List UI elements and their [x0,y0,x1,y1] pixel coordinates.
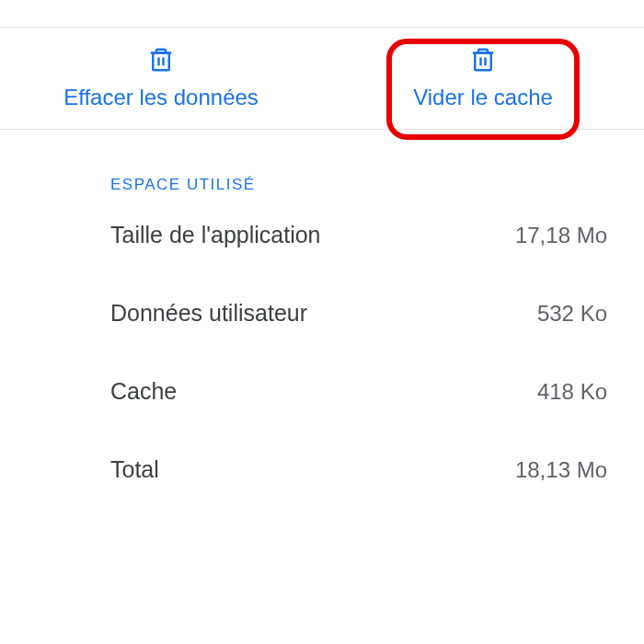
actions-bar: Effacer les données Vider le cache [0,28,644,130]
svg-rect-0 [153,53,169,71]
row-label-user-data: Données utilisateur [110,300,307,327]
clear-cache-label: Vider le cache [413,85,553,110]
trash-icon [469,46,497,74]
storage-section: ESPACE UTILISÉ Taille de l'application 1… [0,130,644,483]
top-spacer [0,0,644,28]
row-label-total: Total [110,456,159,483]
storage-row: Total 18,13 Mo [110,456,607,483]
row-value-total: 18,13 Mo [515,457,607,483]
row-value-cache: 418 Ko [537,379,607,405]
storage-row: Données utilisateur 532 Ko [110,300,607,327]
storage-row: Cache 418 Ko [110,378,607,405]
row-label-cache: Cache [110,378,177,405]
clear-cache-button[interactable]: Vider le cache [322,46,644,110]
clear-data-button[interactable]: Effacer les données [0,46,322,110]
row-value-app-size: 17,18 Mo [515,223,607,248]
trash-icon [147,46,175,74]
section-header: ESPACE UTILISÉ [110,176,607,194]
clear-data-label: Effacer les données [63,85,259,110]
svg-rect-3 [475,53,491,71]
row-label-app-size: Taille de l'application [110,222,321,248]
storage-row: Taille de l'application 17,18 Mo [110,222,607,248]
row-value-user-data: 532 Ko [537,301,607,327]
